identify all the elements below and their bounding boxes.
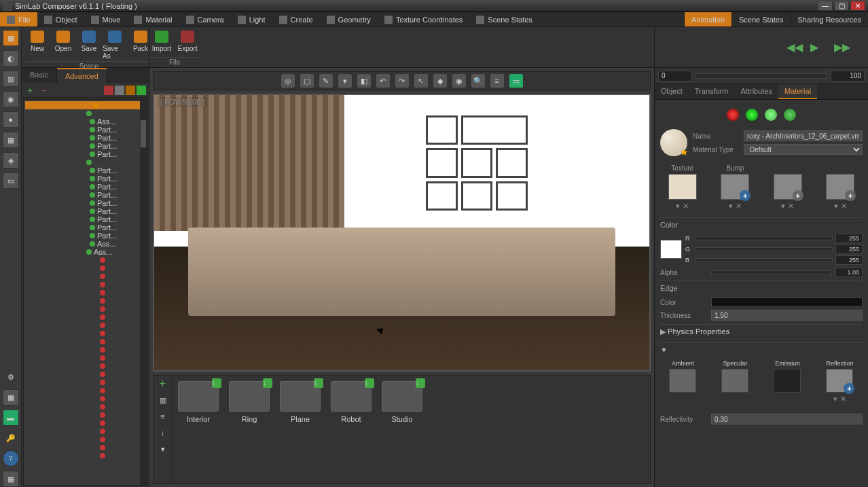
screen-icon[interactable]: ▭ [509,74,523,88]
tree-node[interactable] [25,419,145,427]
tree-node[interactable] [25,378,145,386]
menu-material[interactable]: Material [127,12,179,26]
wand-icon[interactable]: ✎ [319,74,333,88]
menu-object[interactable]: Object [37,12,84,26]
prop-tab-transform[interactable]: Transform [689,84,735,99]
texture-slot[interactable]: + [774,174,802,200]
tree-node[interactable]: Part... [25,223,145,232]
settings-icon[interactable]: ⚙ [3,369,19,385]
maximize-button[interactable]: ▢ [834,1,849,11]
import-button[interactable]: Import [149,29,174,56]
play-icon[interactable]: ▶ [810,41,824,54]
material-ball-icon[interactable] [727,109,739,121]
menu-geometry[interactable]: Geometry [320,12,378,26]
box-icon[interactable]: ◧ [357,74,371,88]
remove-icon[interactable]: − [38,85,49,96]
tool-icon[interactable]: ▥ [3,71,19,87]
tool-icon[interactable]: ▭ [3,173,19,189]
zoom-icon[interactable]: 🔍 [471,74,485,88]
bump-slot[interactable]: + [721,174,749,200]
tree-node[interactable]: Part... [25,142,145,150]
timeline-track[interactable] [695,73,827,79]
cursor-icon[interactable]: ↖ [414,74,428,88]
scene-tree[interactable]: Ass...Part...Part...Part...Part...Part..… [23,99,147,486]
rewind-icon[interactable]: ◀◀ [786,41,800,54]
asset-download-icon[interactable]: ↓ [158,427,168,438]
tree-node[interactable] [25,362,145,370]
tree-node[interactable] [25,158,145,166]
viewport-3d[interactable]: [ FOV 50.00 ] [153,94,651,372]
r-slider[interactable] [695,236,833,240]
minimize-button[interactable]: — [818,1,833,11]
camera-icon[interactable]: ▾ [338,74,352,88]
prop-tab-material[interactable]: Material [778,84,817,99]
g-slider[interactable] [695,247,833,251]
tree-node[interactable] [25,395,145,403]
tree-node[interactable]: Part... [25,166,145,175]
add-asset-icon[interactable]: + [158,378,168,389]
alpha-input[interactable] [835,268,863,277]
asset-list-icon[interactable]: ≡ [158,411,168,422]
tree-tool-icon[interactable] [126,86,135,95]
texture-slot[interactable]: + [826,174,854,200]
asset-more-icon[interactable]: ▾ [158,444,168,454]
tree-node[interactable]: Part... [25,191,145,199]
tree-node[interactable] [25,305,145,313]
tree-node[interactable] [25,427,145,435]
menu-file[interactable]: File [0,12,37,26]
tree-node[interactable]: Ass... [25,118,145,126]
emission-slot[interactable] [774,369,801,393]
edge-color-swatch[interactable] [711,297,863,307]
asset-view-icon[interactable]: ▥ [158,395,168,405]
tree-node[interactable]: Part... [25,150,145,158]
menu-texture-coordinates[interactable]: Texture Coordinates [378,12,469,26]
asset-item-robot[interactable]: ↓Robot [331,381,372,423]
tree-tool-icon[interactable] [104,86,113,95]
material-ball-icon[interactable] [765,109,777,121]
remove-icon[interactable]: ✕ [788,202,794,211]
asset-item-interior[interactable]: ↓Interior [178,381,219,423]
add-icon[interactable]: + [793,190,803,201]
tree-node[interactable] [25,321,145,329]
tree-node[interactable] [25,444,145,452]
material-ball-icon[interactable] [746,109,758,121]
g-input[interactable] [835,245,863,254]
tree-tool-icon[interactable] [137,86,146,95]
b-input[interactable] [835,255,863,265]
tree-node[interactable]: Ass... [25,240,145,248]
asset-item-studio[interactable]: ↓Studio [382,381,422,423]
b-slider[interactable] [695,258,833,262]
physics-section[interactable]: ▶ Physics Properties [660,324,863,339]
tree-node[interactable] [25,289,145,297]
tool-building-icon[interactable]: ▦ [3,30,19,46]
key-icon[interactable]: 🔑 [3,430,19,446]
tool-icon[interactable]: ◐ [3,50,19,67]
remove-icon[interactable]: ✕ [840,395,846,403]
tool-icon[interactable]: ▦ [3,471,19,487]
menu-scene-states[interactable]: Scene States [469,12,539,26]
tree-node[interactable] [25,452,145,460]
tree-node[interactable] [25,297,145,305]
tree-node[interactable]: Ass... [25,248,145,256]
tree-node[interactable] [25,256,145,264]
tool-icon[interactable]: ▦ [3,389,19,405]
target-icon[interactable]: ◉ [452,74,466,88]
menu-move[interactable]: Move [84,12,128,26]
prop-tab-attributes[interactable]: Attributes [735,84,778,99]
add-icon[interactable]: + [740,190,751,201]
orbit-icon[interactable]: ◎ [281,74,295,88]
dropdown-icon[interactable]: ▾ [781,202,785,211]
menu-create[interactable]: Create [272,12,320,26]
tree-node[interactable] [25,272,145,281]
tool-icon[interactable]: ● [3,111,19,128]
material-name-input[interactable] [744,130,863,141]
tree-node[interactable] [25,313,145,321]
timeline-end-input[interactable] [831,71,865,82]
close-button[interactable]: ✕ [850,1,865,11]
remove-icon[interactable]: ✕ [841,202,847,211]
dropdown-icon[interactable]: ▾ [833,395,837,403]
add-icon[interactable]: + [844,383,854,394]
tree-node[interactable]: Part... [25,134,145,142]
tree-node[interactable] [25,386,145,395]
help-icon[interactable]: ? [3,450,19,467]
